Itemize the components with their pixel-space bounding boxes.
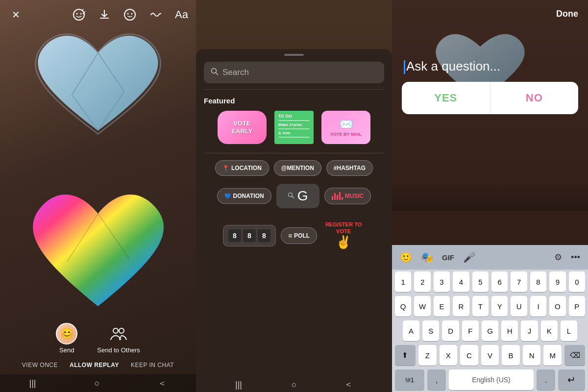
sticker-vote-early[interactable]: VOTE EARLY — [218, 111, 267, 144]
keyboard[interactable]: 🙂 🎭 GIF 🎤 ⚙ ••• 1 2 3 4 5 6 7 8 9 0 Q — [392, 245, 588, 392]
key-k[interactable]: K — [541, 320, 558, 341]
sticker-votebymail[interactable]: ✉️ VOTE BY MAIL — [321, 111, 370, 144]
done-button[interactable]: Done — [556, 9, 578, 19]
sticker-countdown[interactable]: 8 8 8 — [223, 225, 276, 246]
key-2[interactable]: 2 — [414, 271, 430, 292]
key-delete[interactable]: ⌫ — [564, 345, 585, 366]
key-1[interactable]: 1 — [395, 271, 411, 292]
key-n[interactable]: N — [523, 345, 541, 366]
key-t[interactable]: T — [472, 296, 489, 317]
key-y[interactable]: Y — [491, 296, 508, 317]
key-b[interactable]: B — [502, 345, 520, 366]
sticker-todo[interactable]: TO DO Make 2+plan & Vote — [274, 111, 314, 144]
allow-replay-option[interactable]: ALLOW REPLAY — [70, 362, 119, 368]
key-special-chars[interactable]: !#1 — [395, 369, 424, 390]
key-x[interactable]: X — [440, 345, 458, 366]
key-comma[interactable]: , — [427, 369, 446, 390]
nav-back[interactable]: ＜ — [158, 377, 167, 389]
key-return[interactable]: ↵ — [558, 369, 585, 390]
key-8[interactable]: 8 — [530, 271, 546, 292]
yes-option[interactable]: YES — [402, 82, 490, 114]
settings-keyboard-icon[interactable]: ⚙ — [554, 252, 562, 263]
face-filter-button[interactable] — [122, 7, 138, 23]
emoji-keyboard-icon[interactable]: 🙂 — [400, 251, 412, 263]
key-i[interactable]: I — [530, 296, 546, 317]
send-button[interactable]: 😊 Send — [56, 323, 77, 354]
svg-point-7 — [76, 13, 78, 15]
nav-home[interactable]: ○ — [95, 378, 100, 389]
download-button[interactable] — [97, 7, 112, 23]
keyboard-tools-right: ⚙ ••• — [554, 252, 580, 263]
more-keyboard-icon[interactable]: ••• — [571, 252, 580, 263]
keyboard-number-row: 1 2 3 4 5 6 7 8 9 0 — [392, 270, 588, 294]
sticker-music[interactable]: MUSIC — [324, 188, 371, 204]
sticker-register-to-vote[interactable]: REGISTER TO VOTE ✌️ — [322, 216, 365, 255]
text-tool-button[interactable]: Aa — [175, 8, 188, 21]
send-to-others-button[interactable]: Send to Others — [97, 323, 140, 354]
key-9[interactable]: 9 — [549, 271, 565, 292]
close-button[interactable]: ✕ — [8, 7, 24, 23]
question-placeholder-text[interactable]: Ask a question... — [402, 59, 578, 74]
nav-recent-apps-2[interactable]: ||| — [235, 380, 242, 390]
panel-story-editor: ✕ — [0, 0, 196, 392]
sticker-search-bar[interactable]: Search — [204, 62, 384, 83]
no-option[interactable]: NO — [490, 82, 579, 114]
key-m[interactable]: M — [543, 345, 562, 366]
key-o[interactable]: O — [549, 296, 565, 317]
key-d[interactable]: D — [442, 320, 459, 341]
svg-point-9 — [124, 9, 135, 20]
search-icon — [211, 68, 219, 77]
gif-keyboard-icon[interactable]: GIF — [442, 253, 454, 262]
sticker-donation[interactable]: 💙 DONATION — [217, 188, 271, 204]
squiggle-tool-button[interactable] — [147, 7, 163, 23]
key-r[interactable]: R — [453, 296, 469, 317]
key-j[interactable]: J — [521, 320, 538, 341]
key-z[interactable]: Z — [418, 345, 437, 366]
panel-sticker-picker: Search Featured VOTE EARLY TO DO Make 2+… — [196, 0, 392, 392]
featured-stickers-row: VOTE EARLY TO DO Make 2+plan & Vote ✉️ — [196, 111, 392, 150]
sticker-bottom-sheet: Search Featured VOTE EARLY TO DO Make 2+… — [196, 49, 392, 392]
sticker-gif-search[interactable]: G — [276, 184, 319, 208]
key-g[interactable]: G — [482, 320, 498, 341]
sticker-mention[interactable]: @MENTION — [274, 160, 321, 176]
key-l[interactable]: L — [561, 320, 577, 341]
emoji-sticker-button[interactable] — [71, 7, 87, 23]
key-period[interactable]: . — [537, 369, 555, 390]
view-once-option[interactable]: VIEW ONCE — [22, 362, 58, 368]
nav-back-2[interactable]: ＜ — [344, 378, 353, 390]
avatar: 😊 — [56, 323, 77, 344]
key-e[interactable]: E — [434, 296, 450, 317]
key-space[interactable]: English (US) — [449, 369, 534, 390]
key-w[interactable]: W — [414, 296, 430, 317]
key-p[interactable]: P — [569, 296, 585, 317]
key-h[interactable]: H — [501, 320, 518, 341]
key-5[interactable]: 5 — [472, 271, 489, 292]
divider-1 — [204, 89, 384, 90]
sticker-hashtag[interactable]: #HASHTAG — [326, 160, 373, 176]
nav-recent-apps[interactable]: ||| — [29, 378, 36, 389]
key-a[interactable]: A — [403, 320, 419, 341]
key-0[interactable]: 0 — [569, 271, 585, 292]
key-c[interactable]: C — [460, 345, 478, 366]
key-6[interactable]: 6 — [491, 271, 508, 292]
sticker-location[interactable]: 📍 LOCATION — [215, 160, 269, 176]
key-4[interactable]: 4 — [453, 271, 469, 292]
sticker-poll[interactable]: ≡ POLL — [281, 227, 317, 244]
key-3[interactable]: 3 — [434, 271, 450, 292]
key-v[interactable]: V — [481, 345, 499, 366]
svg-point-13 — [119, 328, 124, 333]
nav-bar-1: ||| ○ ＜ — [0, 374, 196, 392]
key-u[interactable]: U — [511, 296, 527, 317]
sticker-keyboard-icon[interactable]: 🎭 — [421, 251, 433, 263]
voice-keyboard-icon[interactable]: 🎤 — [463, 251, 475, 263]
svg-line-15 — [216, 73, 218, 75]
key-q[interactable]: Q — [395, 296, 411, 317]
nav-home-2[interactable]: ○ — [292, 380, 297, 390]
key-shift[interactable]: ⬆ — [395, 345, 416, 366]
key-7[interactable]: 7 — [511, 271, 527, 292]
svg-point-6 — [74, 9, 84, 20]
keep-in-chat-option[interactable]: KEEP IN CHAT — [131, 362, 174, 368]
key-s[interactable]: S — [422, 320, 439, 341]
keyboard-tools-left: 🙂 🎭 GIF 🎤 — [400, 251, 475, 263]
key-f[interactable]: F — [462, 320, 479, 341]
